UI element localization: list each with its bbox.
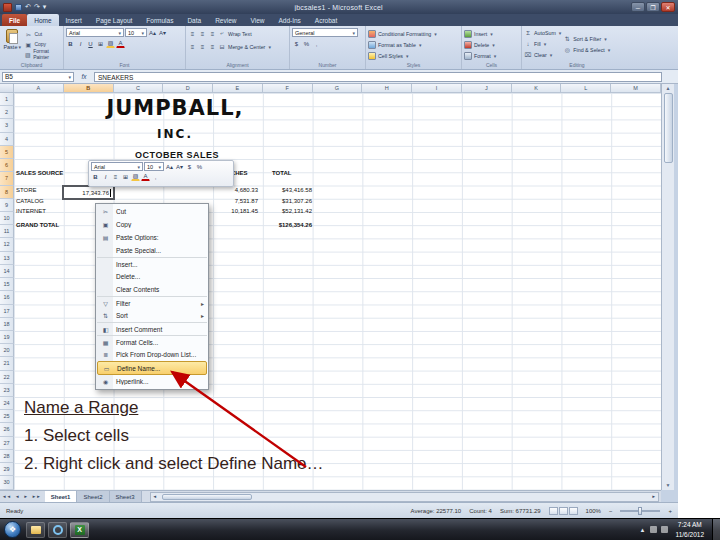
ribbon-tab[interactable]: Insert xyxy=(59,14,89,26)
column-header[interactable]: H xyxy=(362,84,412,93)
cell-sales-source[interactable]: SALES SOURCE xyxy=(16,170,63,176)
column-header[interactable]: B xyxy=(64,84,114,93)
increase-decimal-button[interactable] xyxy=(322,39,331,48)
ribbon-tab[interactable]: Add-Ins xyxy=(271,14,307,26)
group-label-number[interactable]: Number xyxy=(290,62,365,68)
row-header[interactable]: 20 xyxy=(0,344,14,357)
show-desktop-button[interactable] xyxy=(712,519,720,540)
row-header[interactable]: 23 xyxy=(0,384,14,397)
cell-row-store[interactable]: STORE xyxy=(16,187,37,193)
horizontal-scroll-thumb[interactable] xyxy=(162,494,252,500)
conditional-formatting-button[interactable]: Conditional Formatting▾ xyxy=(368,28,459,39)
mini-percent-button[interactable]: % xyxy=(195,162,204,171)
formula-input[interactable]: SNEAKERS xyxy=(94,72,662,82)
column-header[interactable]: G xyxy=(313,84,363,93)
cell-grand-total[interactable]: $126,354.26 xyxy=(246,222,312,228)
format-as-table-button[interactable]: Format as Table▾ xyxy=(368,39,459,50)
zoom-slider-knob[interactable] xyxy=(638,507,642,515)
align-center-icon[interactable]: ≡ xyxy=(198,42,207,51)
mini-font-color-button[interactable]: A xyxy=(141,172,150,181)
horizontal-scrollbar[interactable]: ◄ ► xyxy=(150,492,659,502)
mini-italic-button[interactable]: I xyxy=(101,172,110,181)
ribbon-tab[interactable]: Review xyxy=(208,14,243,26)
row-header[interactable]: 9 xyxy=(0,199,14,212)
font-size-combo[interactable]: 10▾ xyxy=(125,28,147,37)
context-menu-item[interactable]: ▦ Format Cells... xyxy=(97,335,207,348)
row-header[interactable]: 24 xyxy=(0,397,14,410)
mini-comma-button[interactable]: , xyxy=(151,172,160,181)
cell-row-grand-total[interactable]: GRAND TOTAL xyxy=(16,222,59,228)
row-header[interactable]: 12 xyxy=(0,238,14,251)
column-header[interactable]: D xyxy=(163,84,213,93)
save-icon[interactable] xyxy=(15,4,22,11)
accounting-format-button[interactable]: $ xyxy=(292,39,301,48)
percent-style-button[interactable]: % xyxy=(302,39,311,48)
row-header[interactable]: 18 xyxy=(0,318,14,331)
align-top-icon[interactable]: ≡ xyxy=(188,29,197,38)
redo-icon[interactable]: ↷ xyxy=(34,3,40,11)
column-header[interactable]: E xyxy=(213,84,263,93)
group-label-clipboard[interactable]: Clipboard xyxy=(0,62,63,68)
row-header[interactable]: 19 xyxy=(0,331,14,344)
number-format-combo[interactable]: General▾ xyxy=(292,28,358,37)
mini-borders-button[interactable]: ⊞ xyxy=(121,172,130,181)
context-menu-item[interactable]: Insert... xyxy=(97,257,207,270)
active-cell-editor[interactable]: 17,343.76 xyxy=(62,185,115,200)
column-header[interactable]: L xyxy=(561,84,611,93)
fill-color-button[interactable]: ▨ xyxy=(106,39,115,48)
align-bottom-icon[interactable]: ≡ xyxy=(208,29,217,38)
row-header[interactable]: 1 xyxy=(0,93,14,106)
column-header[interactable]: J xyxy=(462,84,512,93)
network-icon[interactable] xyxy=(650,526,657,533)
context-menu-item[interactable]: ▣ Copy xyxy=(97,218,207,231)
cell-row-internet[interactable]: INTERNET xyxy=(16,208,46,214)
grow-font-button[interactable]: A▴ xyxy=(148,28,157,37)
taskbar-clock[interactable]: 7:24 AM 11/6/2012 xyxy=(672,520,708,539)
mini-align-center-button[interactable]: ≡ xyxy=(111,172,120,181)
scroll-left-icon[interactable]: ◄ xyxy=(151,494,159,499)
zoom-level[interactable]: 100% xyxy=(586,508,601,514)
clear-button[interactable]: ⌧Clear▾ xyxy=(524,49,561,60)
align-middle-icon[interactable]: ≡ xyxy=(198,29,207,38)
cut-button[interactable]: ✂Cut xyxy=(24,29,61,39)
column-header[interactable]: K xyxy=(512,84,562,93)
page-layout-view-button[interactable] xyxy=(559,507,568,515)
ribbon-tab[interactable]: Acrobat xyxy=(308,14,344,26)
row-header[interactable]: 7 xyxy=(0,172,14,185)
delete-cells-button[interactable]: Delete▾ xyxy=(464,39,519,50)
name-box[interactable]: B5▾ xyxy=(2,72,74,82)
zoom-out-icon[interactable]: − xyxy=(609,508,613,514)
row-header[interactable]: 3 xyxy=(0,119,14,132)
cell-header-total[interactable]: TOTAL xyxy=(272,170,291,176)
vertical-scroll-thumb[interactable] xyxy=(664,93,673,163)
mini-dollar-button[interactable]: $ xyxy=(185,162,194,171)
taskbar-explorer-button[interactable] xyxy=(26,522,45,538)
ribbon-tab[interactable]: File xyxy=(2,14,27,26)
font-color-button[interactable]: A xyxy=(116,39,125,48)
mini-grow-font-button[interactable]: A▴ xyxy=(165,162,174,171)
insert-cells-button[interactable]: Insert▾ xyxy=(464,28,519,39)
bold-button[interactable]: B xyxy=(66,39,75,48)
zoom-slider[interactable] xyxy=(620,510,660,512)
group-label-cells[interactable]: Cells xyxy=(462,62,521,68)
row-header[interactable]: 15 xyxy=(0,278,14,291)
mini-shrink-font-button[interactable]: A▾ xyxy=(175,162,184,171)
row-header[interactable]: 21 xyxy=(0,357,14,370)
undo-icon[interactable]: ↶ xyxy=(25,3,31,11)
format-painter-button[interactable]: ▨Format Painter xyxy=(24,49,61,59)
row-header[interactable]: 29 xyxy=(0,463,14,476)
ribbon-tab[interactable]: Formulas xyxy=(139,14,180,26)
context-menu-item[interactable]: Clear Contents xyxy=(97,283,207,296)
column-header[interactable]: M xyxy=(611,84,661,93)
format-cells-button[interactable]: Format▾ xyxy=(464,50,519,61)
row-header[interactable]: 8 xyxy=(0,186,14,199)
column-header[interactable]: F xyxy=(263,84,313,93)
cell-catalog-total[interactable]: $31,307.26 xyxy=(250,198,312,204)
scroll-right-icon[interactable]: ► xyxy=(650,494,658,499)
row-header[interactable]: 13 xyxy=(0,252,14,265)
mini-font-combo[interactable]: Arial▾ xyxy=(91,162,143,171)
next-sheet-icon[interactable]: ► xyxy=(21,494,29,499)
zoom-in-icon[interactable]: + xyxy=(668,508,672,514)
cell-row-catalog[interactable]: CATALOG xyxy=(16,198,44,204)
cell-internet-total[interactable]: $52,131.42 xyxy=(250,208,312,214)
